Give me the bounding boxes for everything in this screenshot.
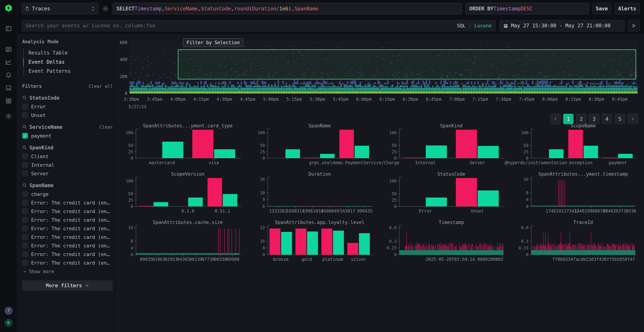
svg-text:91063: 91063 [152,257,165,262]
delta-chart: SpanAttributes.app.loyalty.level081632br… [257,220,375,263]
search-logs-icon[interactable] [5,46,12,53]
timeline-x-tick: 5:45pm [333,97,348,102]
svg-text:50: 50 [524,143,528,148]
svg-text:25: 25 [392,150,397,154]
svg-text:TraceId: TraceId [573,220,593,225]
checkbox[interactable] [22,260,28,266]
delta-chart: StatusCode02550100ErrorUnset [389,172,507,215]
date-range-picker[interactable]: May 27 15:30:00 - May 27 21:00:00 [500,20,625,32]
mode-lucene-toggle[interactable]: Lucene [474,23,492,28]
services-grid-icon[interactable] [5,97,12,104]
show-more-link[interactable]: Show more [23,269,113,274]
delta-chart: TraceId00.150.30.6ff860334facdb23d3f430f… [520,220,639,263]
svg-text:0.15: 0.15 [387,246,396,250]
checkbox[interactable] [22,112,28,118]
play-icon [632,24,636,28]
svg-text:100: 100 [389,179,397,183]
user-avatar[interactable]: D [4,319,13,327]
timeline-x-tick: 7:30pm [496,97,511,102]
svg-text:0.1.0: 0.1.0 [182,208,194,214]
filter-by-selection-button[interactable]: Filter by Selection [183,38,243,47]
timeline-x-tick: 5:30pm [310,97,325,102]
checkbox[interactable] [22,226,28,231]
checkbox[interactable] [22,217,28,223]
nav-rail: ? D [0,0,17,332]
page-prev-button[interactable] [550,114,561,124]
analysis-mode-item[interactable]: Event Deltas [24,58,113,66]
filter-option[interactable]: Error: The credit card (end… [22,217,113,223]
svg-text:19961834: 19961834 [302,208,323,214]
select-clause-editor[interactable]: SELECT Timestamp,ServiceName,StatusCode,… [113,3,462,14]
filter-option[interactable]: Unset [22,112,113,118]
svg-text:Error: Error [419,208,432,214]
help-button[interactable]: ? [4,306,13,315]
filter-option[interactable]: Error: The credit card (end… [22,234,113,240]
source-select[interactable]: Traces [22,3,98,14]
page-button[interactable]: 1 [563,114,574,124]
sql-token: , [292,6,294,12]
alerts-bell-icon[interactable] [5,72,12,79]
filter-option[interactable]: charge [22,191,113,197]
checkbox[interactable] [22,243,28,248]
timeline-x-tick: 4:15pm [194,97,209,102]
save-button[interactable]: Save [592,3,611,14]
pagination: 12345 [550,114,638,124]
analysis-mode-item[interactable]: Event Patterns [24,66,113,76]
mode-sql-toggle[interactable]: SQL [457,23,466,28]
svg-text:1333363: 1333363 [269,208,287,214]
sessions-monitor-icon[interactable] [5,84,12,92]
filter-option[interactable]: Error: The credit card (end… [22,251,113,257]
search-icon[interactable] [22,183,27,188]
search-icon[interactable] [22,145,27,150]
checkbox[interactable] [22,154,28,159]
search-icon[interactable] [22,95,27,101]
filter-option[interactable]: Error: The credit card (end… [22,260,113,266]
filter-option[interactable]: Client [22,154,113,159]
app-logo[interactable] [4,4,13,12]
checkbox[interactable] [22,234,28,240]
filter-clear-link[interactable]: Clear [100,124,113,130]
timeline-x-tick: 4:00pm [170,97,186,102]
checkbox[interactable] [22,104,28,110]
orderby-clause-editor[interactable]: ORDER BY Timestamp DESC [466,3,589,14]
checkbox[interactable]: ✓ [22,133,28,139]
filter-option[interactable]: Error: The credit card (end… [22,243,113,248]
chart-icon[interactable] [5,59,12,66]
alerts-button[interactable]: Alerts [615,3,640,14]
source-settings-gear-icon[interactable] [102,5,109,12]
analysis-mode-item[interactable]: Results Table [24,48,113,58]
timeline-selection-rect[interactable] [178,49,636,80]
svg-text:100: 100 [126,179,133,183]
checkbox[interactable] [22,171,28,176]
filter-option[interactable]: Error: The credit card (end… [22,208,113,214]
clear-all-filters-link[interactable]: Clear all [89,84,113,89]
settings-gear-icon[interactable] [5,113,12,120]
filter-option[interactable]: Error: The credit card (end… [22,200,113,206]
checkbox[interactable] [22,208,28,214]
top-bar: Traces SELECT Timestamp,ServiceName,Stat… [17,0,644,17]
filter-option[interactable]: Internal [22,162,113,168]
checkbox[interactable] [22,251,28,257]
page-button[interactable]: 3 [589,114,599,124]
page-next-button[interactable] [628,114,638,124]
delta-chart: ScopeName02550100@hyperdx/instrumentatio… [520,124,639,167]
search-input[interactable] [26,23,454,28]
search-icon[interactable] [22,124,27,130]
checkbox[interactable] [22,191,28,197]
filter-option[interactable]: ✓payment [22,133,113,139]
page-button[interactable]: 4 [602,114,612,124]
delta-chart: ScopeVersion025501000.1.00.51.1 [125,172,243,215]
page-button[interactable]: 2 [576,114,586,124]
checkbox[interactable] [22,200,28,206]
filter-option[interactable]: Server [22,171,113,176]
date-range-value: May 27 15:30:00 - May 27 21:00:00 [511,23,610,28]
filter-option[interactable]: Error: The credit card (end… [22,226,113,231]
checkbox[interactable] [22,162,28,168]
svg-text:grpc.oteldemo.PaymentService/C: grpc.oteldemo.PaymentService/Charge [309,160,400,165]
sql-token: SELECT [116,6,134,12]
sidebar-toggle-icon[interactable] [5,25,12,32]
more-filters-button[interactable]: More filters [22,280,113,291]
run-query-button[interactable] [628,20,640,32]
page-button[interactable]: 5 [615,114,625,124]
filter-option[interactable]: Error [22,104,113,110]
